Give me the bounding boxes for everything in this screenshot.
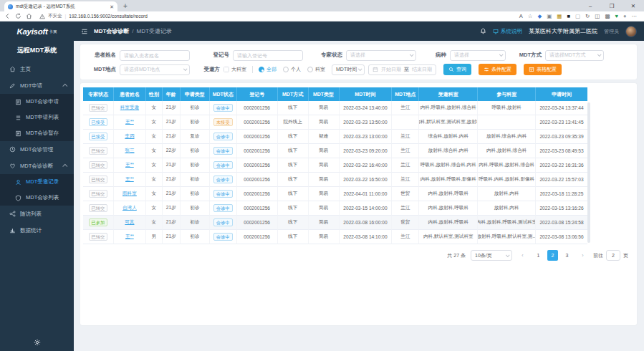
refresh-icon[interactable]	[15, 13, 21, 19]
field-select-3[interactable]: 请选择	[450, 50, 506, 61]
next-page-button[interactable]: ›	[577, 250, 588, 261]
notification-bell-icon[interactable]	[480, 28, 486, 34]
browser-essentials-icon[interactable]: ♥	[615, 14, 618, 19]
logo[interactable]: Kayisoft 卡翼	[0, 27, 74, 36]
extension-1-icon[interactable]: ◆	[537, 14, 542, 19]
field-input-1[interactable]	[233, 50, 303, 61]
chevron-up-icon	[62, 164, 67, 169]
extension-5-icon[interactable]: ▢	[575, 14, 580, 19]
field-input-0[interactable]	[120, 50, 190, 61]
sidebar-item-8[interactable]: MDT会诊列表	[0, 190, 74, 206]
table-scrollbar[interactable]	[587, 102, 590, 243]
cell-gender: 女	[146, 173, 163, 187]
patient-name-link[interactable]: 张三	[125, 148, 134, 154]
new-tab-button[interactable]: +	[123, 1, 128, 11]
cell-mdt_location: 兰江	[392, 173, 419, 187]
edit-icon	[9, 82, 16, 89]
patient-name-link[interactable]: 王**	[125, 162, 134, 168]
extensions-puzzle-icon[interactable]: ▩	[605, 14, 610, 19]
date-range-picker[interactable]: 开始日期 至 结束日期	[368, 64, 436, 75]
more-menu-icon[interactable]: ⋯	[632, 14, 638, 19]
sidebar-item-0[interactable]: 主页	[0, 61, 74, 77]
breadcrumb-parent[interactable]: MDT会诊诊断	[94, 27, 129, 35]
sidebar-item-6[interactable]: MDT会诊诊断	[0, 158, 74, 174]
patient-name-link[interactable]: 李四	[125, 133, 134, 140]
sidebar-item-4[interactable]: MDT会诊暂存	[0, 125, 74, 141]
user-role[interactable]: 管理员	[604, 28, 619, 35]
page-button-2[interactable]: 2	[547, 250, 558, 261]
table-row[interactable]: 已接受王**女21岁初诊未接受0002001256院外线上简易2022-03-2…	[83, 115, 587, 130]
close-button[interactable]: ✕	[623, 0, 644, 11]
table-row[interactable]: 已转交王**女21岁初诊会诊中0002001256线下简易2022-03-22 …	[83, 173, 587, 187]
table-config-button[interactable]: 表格配置	[524, 64, 562, 75]
sidebar-item-label: MDT会诊列表	[26, 194, 59, 201]
scope-radio-1[interactable]: 个人	[283, 66, 301, 73]
table-row[interactable]: 已转交王**男21岁初诊会诊中0002001256线下简易2022-03-08 …	[83, 230, 587, 244]
dept-checkbox[interactable]	[224, 67, 229, 72]
mdt-location-select[interactable]: 请选择MDT地点	[120, 64, 190, 75]
field-select-2[interactable]: 请选择	[346, 50, 416, 61]
table-row[interactable]: 已转交科室受邀女21岁初诊会诊中0002001256线下简易2022-03-24…	[83, 101, 587, 115]
sidebar-collapse-icon[interactable]	[81, 28, 88, 35]
dept-checkbox-label[interactable]: 大科室	[231, 66, 246, 73]
user-avatar[interactable]	[625, 26, 637, 37]
favorites-icon[interactable]: ☆	[528, 14, 533, 19]
patient-name-link[interactable]: 王**	[125, 176, 134, 183]
sidebar-item-3[interactable]: MDT申请列表	[0, 110, 74, 125]
url-text[interactable]: 192.168.0.156:9002/consultate/record	[69, 14, 148, 19]
sidebar-item-5[interactable]: MDT会诊管理	[0, 141, 74, 158]
table-row[interactable]: 已转交图科室女21岁初诊会诊中0002001256线下简易2022-04-01 …	[83, 187, 587, 201]
mdt-time-select[interactable]: MDT时间	[332, 64, 365, 75]
table-row[interactable]: 已转交台湾人女21岁初诊会诊中0002001256线下简易2022-03-15 …	[83, 201, 587, 216]
table-row[interactable]: 已接受李四女21岁复诊会诊中0002001256线下疑难2022-03-23 1…	[83, 130, 587, 144]
page-size-select[interactable]: 10条/页	[471, 250, 512, 261]
cell-mdt_type: 简易	[309, 115, 340, 130]
settings-gear-icon[interactable]	[0, 339, 74, 346]
table-row[interactable]: 已参加可其女21岁初诊会诊中0002001256线下简易2022-03-08 1…	[83, 216, 587, 230]
home-icon[interactable]	[26, 13, 32, 19]
scope-radio-2[interactable]: 科室	[307, 66, 325, 73]
sidebar-item-1[interactable]: MDT申请	[0, 77, 74, 94]
table-row[interactable]: 已转交王**女21岁初诊会诊中0002001256线下简易2022-03-22 …	[83, 158, 587, 173]
browser-toolbar-icons: A☆◆▣▦■▢↻◫▩♥●⋯	[519, 14, 640, 19]
security-label[interactable]: 不安全	[48, 13, 62, 19]
split-screen-icon[interactable]: ◫	[595, 14, 600, 19]
tab-close-icon[interactable]: ✕	[110, 4, 114, 9]
system-help-link[interactable]: 系统说明	[493, 28, 522, 35]
cell-mdt_time: 2022-03-23 13:50:00	[340, 115, 393, 130]
search-button[interactable]: 查询	[443, 64, 471, 75]
back-icon[interactable]	[4, 13, 11, 19]
prev-page-button[interactable]: ‹	[517, 250, 528, 261]
patient-name-link[interactable]: 可其	[125, 219, 134, 226]
page-button-1[interactable]: 1	[533, 250, 544, 261]
sidebar-item-7[interactable]: MDT受邀记录	[0, 174, 74, 190]
patient-name-link[interactable]: 台湾人	[122, 205, 137, 211]
sidebar-item-10[interactable]: 数据统计	[0, 222, 74, 239]
expert-status-badge: 已转交	[89, 176, 108, 184]
browser-tab[interactable]: mdt受邀记录 - 远程MDT系统 ✕	[4, 1, 117, 11]
history-icon[interactable]: ↻	[585, 14, 590, 19]
goto-page-input[interactable]	[606, 250, 620, 261]
patient-name-link[interactable]: 王**	[125, 234, 134, 240]
extension-2-icon[interactable]: ▣	[547, 14, 552, 19]
address-bar[interactable]: 不安全 | 192.168.0.156:9002/consultate/reco…	[37, 13, 515, 19]
patient-name-link[interactable]: 科室受邀	[120, 105, 139, 111]
sidebar-item-2[interactable]: MDT会诊申请	[0, 94, 74, 110]
maximize-button[interactable]: ❐	[601, 0, 623, 11]
patient-name-link[interactable]: 图科室	[122, 191, 137, 197]
cell-mdt_location: 兰江	[392, 130, 419, 144]
profile-icon[interactable]: ●	[623, 14, 627, 19]
mdt-status-badge: 未接受	[213, 118, 233, 127]
field-select-4[interactable]: 请选择MDT方式	[545, 50, 604, 61]
minimize-button[interactable]: –	[580, 0, 601, 11]
cell-gender: 女	[146, 130, 163, 144]
table-row[interactable]: 已转交张三女22岁初诊会诊中0002001256线下简易2022-03-23 0…	[83, 144, 587, 158]
scope-radio-0[interactable]: 全部	[259, 66, 277, 73]
sidebar-item-9[interactable]: 随访列表	[0, 206, 74, 222]
extension-3-icon[interactable]: ▦	[557, 14, 562, 19]
condition-config-button[interactable]: 条件配置	[479, 64, 516, 75]
patient-name-link[interactable]: 王**	[125, 119, 134, 125]
page-button-3[interactable]: 3	[562, 250, 572, 261]
read-aloud-icon[interactable]: A	[519, 14, 523, 19]
extension-4-icon[interactable]: ■	[567, 14, 570, 19]
